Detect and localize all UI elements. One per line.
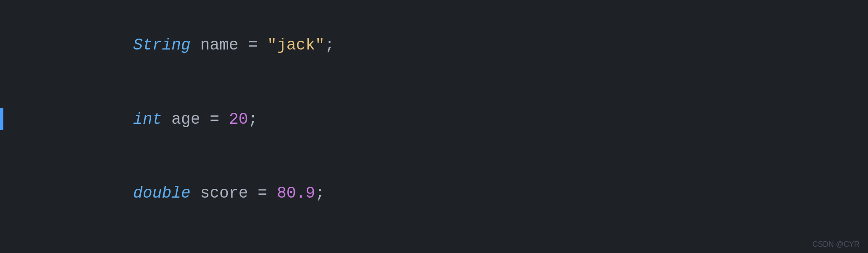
code-editor: String name = "jack"; int age = 20; doub… <box>0 0 868 253</box>
var-score: score <box>191 184 258 202</box>
code-line-2: int age = 20; <box>25 83 868 157</box>
op-assign: = <box>248 36 258 54</box>
op-assign: = <box>210 110 219 128</box>
line-indent: char gender = '男'; <box>76 231 312 253</box>
punct-semi: ; <box>248 110 258 128</box>
keyword-double: double <box>133 184 191 202</box>
code-line-4: char gender = '男'; <box>25 231 868 253</box>
punct-semi: ; <box>325 36 334 54</box>
line-indicator <box>0 108 3 130</box>
code-line-1: String name = "jack"; <box>25 8 868 83</box>
watermark: CSDN @CYR <box>813 240 860 249</box>
keyword-string: String <box>133 36 191 54</box>
str-jack: "jack" <box>258 36 325 54</box>
line-indent: String name = "jack"; <box>76 8 334 83</box>
code-line-3: double score = 80.9; <box>25 156 868 231</box>
var-age: age <box>162 110 210 128</box>
line-indent: int age = 20; <box>76 83 258 157</box>
op-assign: = <box>258 184 267 202</box>
keyword-int: int <box>133 110 162 128</box>
num-20: 20 <box>219 110 248 128</box>
line-indent: double score = 80.9; <box>76 156 325 231</box>
num-80.9: 80.9 <box>267 184 315 202</box>
punct-semi: ; <box>315 184 325 202</box>
var-name: name <box>191 36 248 54</box>
